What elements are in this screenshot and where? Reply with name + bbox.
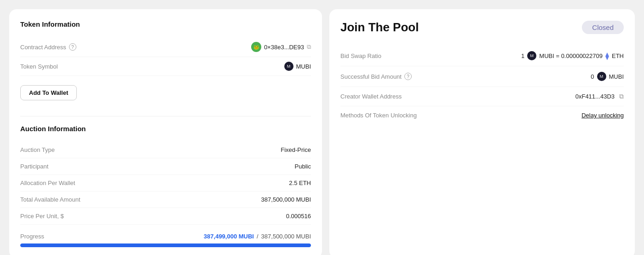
- successful-bid-label: Successful Bid Amount ?: [340, 73, 412, 80]
- contract-address-row: Contract Address ? 🐸 0×38e3...DE93 ⧉: [20, 37, 311, 57]
- creator-wallet-copy-icon[interactable]: ⧉: [619, 93, 624, 100]
- bid-swap-label: Bid Swap Ratio: [340, 52, 381, 59]
- auction-info-title: Auction Information: [20, 125, 311, 133]
- progress-label: Progress: [20, 233, 44, 240]
- auction-type-row: Auction Type Fixed-Price: [20, 142, 311, 158]
- progress-separator: /: [257, 233, 259, 240]
- token-info-panel: Token Information Contract Address ? 🐸 0…: [9, 9, 322, 255]
- participant-row: Participant Public: [20, 158, 311, 175]
- contract-address-copy-icon[interactable]: ⧉: [307, 43, 311, 51]
- successful-bid-mubi-icon: M: [597, 72, 606, 81]
- creator-wallet-row: Creator Wallet Address 0xF411...43D3 ⧉: [340, 87, 624, 106]
- progress-section: Progress 387,499,000 MUBI / 387,500,000 …: [20, 233, 311, 247]
- methods-value: Delay unlocking: [581, 112, 624, 119]
- total-available-row: Total Available Amount 387,500,000 MUBI: [20, 191, 311, 208]
- progress-row: Progress 387,499,000 MUBI / 387,500,000 …: [20, 233, 311, 240]
- progress-current: 387,499,000 MUBI: [204, 233, 254, 240]
- auction-type-label: Auction Type: [20, 146, 55, 153]
- auction-type-value: Fixed-Price: [281, 146, 311, 153]
- allocation-value: 2.5 ETH: [289, 180, 311, 186]
- creator-wallet-value: 0xF411...43D3 ⧉: [575, 93, 624, 100]
- right-header: Join The Pool Closed: [340, 20, 624, 35]
- total-available-label: Total Available Amount: [20, 196, 80, 203]
- successful-bid-row: Successful Bid Amount ? 0 M MUBI: [340, 66, 624, 87]
- contract-address-label: Contract Address ?: [20, 43, 76, 51]
- token-symbol-value: M MUBI: [284, 62, 311, 71]
- creator-wallet-label: Creator Wallet Address: [340, 93, 402, 100]
- join-pool-panel: Join The Pool Closed Bid Swap Ratio 1 M …: [329, 9, 635, 255]
- contract-token-icon: 🐸: [251, 42, 261, 52]
- methods-label: Methods Of Token Unlocking: [340, 112, 417, 119]
- eth-icon: ⧫: [605, 52, 609, 60]
- progress-bar-fill: [20, 243, 311, 247]
- divider-1: [20, 116, 311, 116]
- delay-unlocking-link[interactable]: Delay unlocking: [581, 112, 624, 119]
- participant-value: Public: [295, 163, 311, 170]
- token-symbol-label: Token Symbol: [20, 63, 58, 70]
- bid-swap-row: Bid Swap Ratio 1 M MUBI = 0.00000022709 …: [340, 46, 624, 66]
- bid-swap-value: 1 M MUBI = 0.00000022709 ⧫ ETH: [521, 51, 624, 60]
- progress-bar-background: [20, 243, 311, 247]
- contract-address-value: 🐸 0×38e3...DE93 ⧉: [251, 42, 311, 52]
- total-available-value: 387,500,000 MUBI: [261, 196, 311, 203]
- token-symbol-row: Token Symbol M MUBI: [20, 57, 311, 76]
- token-info-title: Token Information: [20, 20, 311, 28]
- closed-badge: Closed: [582, 21, 624, 34]
- join-pool-title: Join The Pool: [340, 20, 419, 35]
- successful-bid-value: 0 M MUBI: [591, 72, 624, 81]
- participant-label: Participant: [20, 163, 48, 170]
- add-to-wallet-button[interactable]: Add To Wallet: [20, 85, 77, 100]
- mubi-token-icon: M: [284, 62, 293, 71]
- progress-value: 387,499,000 MUBI / 387,500,000 MUBI: [204, 233, 311, 240]
- allocation-row: Allocation Per Wallet 2.5 ETH: [20, 175, 311, 191]
- successful-bid-help-icon[interactable]: ?: [404, 73, 412, 80]
- price-per-unit-value: 0.000516: [286, 213, 311, 220]
- contract-address-help-icon[interactable]: ?: [69, 43, 76, 51]
- allocation-label: Allocation Per Wallet: [20, 180, 75, 186]
- price-per-unit-label: Price Per Unit, $: [20, 213, 64, 220]
- price-per-unit-row: Price Per Unit, $ 0.000516: [20, 208, 311, 225]
- bid-swap-mubi-icon: M: [527, 51, 536, 60]
- progress-total: 387,500,000 MUBI: [261, 233, 311, 240]
- methods-row: Methods Of Token Unlocking Delay unlocki…: [340, 106, 624, 124]
- add-to-wallet-section: Add To Wallet: [20, 76, 311, 108]
